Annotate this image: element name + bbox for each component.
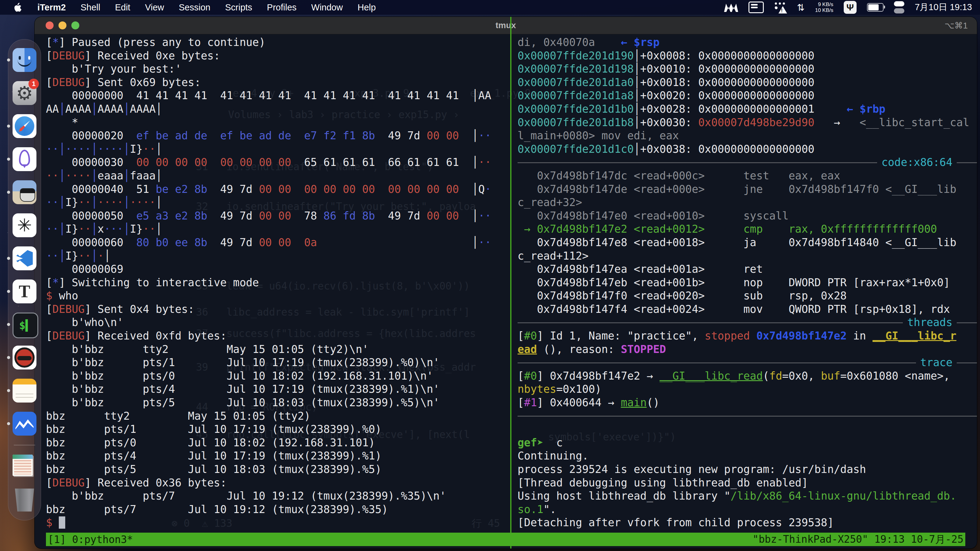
terminal-line: AA│AAAA│AAAA│AAAA│ bbox=[46, 103, 522, 116]
terminal-line: 00000020 ef be ad de ef be ad de e7 f2 f… bbox=[46, 129, 522, 143]
tmux-pane-divider[interactable] bbox=[510, 17, 511, 549]
dock-item-vscode[interactable] bbox=[13, 246, 37, 270]
terminal-line: bbz pts/0 Jul 10 18:02 (192.168.31.101) bbox=[46, 436, 522, 450]
dock-separator bbox=[14, 445, 35, 445]
terminal-line: 00000069 bbox=[46, 263, 522, 276]
menu-item-edit[interactable]: Edit bbox=[108, 2, 137, 13]
tmux-status-bar: [1] 0:python3* "bbz-ThinkPad-X250" 19:13… bbox=[46, 533, 965, 546]
terminal-line: b'bbz pts/5 Jul 10 18:03 (tmux(238399).%… bbox=[46, 396, 522, 410]
dock-item-finder[interactable] bbox=[13, 48, 37, 72]
updown-arrows-icon[interactable]: ⇅ bbox=[797, 2, 805, 13]
tmux-pane-right[interactable]: di, 0x40070a ← $rsp0x00007ffde201d190│+0… bbox=[511, 34, 977, 535]
menu-item-window[interactable]: Window bbox=[304, 2, 350, 13]
terminal-line: 00000050 e5 a3 e2 8b 49 7d 00 00 78 86 f… bbox=[46, 210, 522, 223]
terminal-area[interactable]: [*] Paused (press any to continue)[DEBUG… bbox=[35, 34, 977, 535]
terminal-line: 0x00007ffde201d190│+0x0008: 0x0000000000… bbox=[517, 49, 977, 63]
terminal-line: b'who\n' bbox=[46, 316, 522, 329]
text-cursor bbox=[59, 516, 65, 529]
tmux-pane-left[interactable]: [*] Paused (press any to continue)[DEBUG… bbox=[35, 34, 522, 535]
terminal-line: [*] Paused (press any to continue) bbox=[46, 36, 522, 49]
dots-warning-icon[interactable] bbox=[774, 2, 786, 13]
menu-bar: iTerm2 Shell Edit View Session Scripts P… bbox=[0, 0, 980, 15]
safari-icon bbox=[13, 114, 37, 138]
terminal-line: [DEBUG] Received 0xe bytes: bbox=[46, 49, 522, 63]
dock-item-image-viewer[interactable] bbox=[13, 180, 37, 204]
terminal-line: 0x00007ffde201d198│+0x0010: 0x0000000000… bbox=[517, 62, 977, 76]
terminal-line: ··│I}··│x···│I}··│ bbox=[46, 222, 522, 236]
running-indicator bbox=[7, 422, 10, 425]
window-titlebar[interactable]: tmux ⌥⌘1 bbox=[35, 17, 977, 34]
menu-item-help[interactable]: Help bbox=[350, 2, 383, 13]
terminal-line: b'bbz pts/0 Jul 10 18:02 (192.168.31.101… bbox=[46, 370, 522, 383]
terminal-line: nbytes=0x100) bbox=[517, 383, 977, 396]
terminal-line: → 0x7d498bf147e2 <read+0012> cmp rax, 0x… bbox=[517, 222, 977, 236]
input-source-icon[interactable]: Ψ bbox=[844, 1, 857, 14]
running-indicator bbox=[7, 59, 10, 62]
texifier-icon: T bbox=[13, 279, 37, 303]
terminal-line: ··│I}··│····│····│ bbox=[46, 196, 522, 210]
running-indicator bbox=[7, 356, 10, 359]
apple-menu-icon[interactable] bbox=[13, 3, 21, 12]
dock-item-notes[interactable] bbox=[13, 379, 37, 403]
dock-item-settings[interactable]: ⚙1 bbox=[13, 81, 37, 105]
iterm2-window: exp4.py 9+ exp_3.py 9+ exp_1.py 9+Volume… bbox=[35, 17, 977, 549]
section-label: code:x86:64 bbox=[877, 156, 957, 169]
notification-badge: 1 bbox=[29, 79, 39, 89]
finder-icon bbox=[13, 48, 37, 72]
dock-item-iterm2[interactable]: $▍ bbox=[13, 313, 37, 337]
document-stack-icon bbox=[13, 454, 33, 476]
burp-suite-icon bbox=[13, 346, 37, 370]
terminal-line: process 239524 is executing new program:… bbox=[517, 463, 977, 476]
terminal-line: 0x7d498bf147ea <read+001a> ret bbox=[517, 263, 977, 276]
display-icon[interactable] bbox=[748, 2, 764, 13]
menu-item-profiles[interactable]: Profiles bbox=[260, 2, 304, 13]
dock-item-burp-suite[interactable] bbox=[13, 346, 37, 370]
terminal-line: so.1". bbox=[517, 503, 977, 516]
dock: ⚙1✳T$▍ bbox=[8, 39, 41, 520]
terminal-line: [Thread debugging using libthread_db ena… bbox=[517, 476, 977, 490]
window-title: tmux bbox=[35, 21, 977, 30]
terminal-line: [#0] 0x7d498bf147e2 → __GI___libc_read(f… bbox=[517, 370, 977, 383]
terminal-line: c_read+32> bbox=[517, 196, 977, 210]
rocket-app-icon bbox=[13, 147, 37, 171]
dock-item-meeting-app[interactable] bbox=[13, 412, 37, 436]
menu-item-app[interactable]: iTerm2 bbox=[30, 2, 73, 13]
terminal-line: ead (), reason: STOPPED bbox=[517, 343, 977, 356]
terminal-line: 0x00007ffde201d1a0│+0x0018: 0x0000000000… bbox=[517, 76, 977, 89]
dock-item-chatgpt[interactable]: ✳ bbox=[13, 213, 37, 237]
terminal-line: bbz tty2 May 15 01:05 (tty2) bbox=[46, 410, 522, 423]
dock-item-trash[interactable] bbox=[13, 487, 37, 511]
terminal-line: $ bbox=[46, 516, 522, 530]
terminal-line: [*] Switching to interactive mode bbox=[46, 276, 522, 290]
terminal-line: 0x7d498bf147e8 <read+0018> ja 0x7d498bf1… bbox=[517, 236, 977, 249]
running-indicator bbox=[7, 323, 10, 326]
menu-item-view[interactable]: View bbox=[137, 2, 171, 13]
control-toggles-icon[interactable] bbox=[894, 1, 904, 13]
terminal-line: [#0] Id 1, Name: "practice", stopped 0x7… bbox=[517, 329, 977, 343]
menu-item-scripts[interactable]: Scripts bbox=[218, 2, 260, 13]
dock-item-texifier[interactable]: T bbox=[13, 279, 37, 303]
running-indicator bbox=[7, 257, 10, 260]
network-speed[interactable]: 9 KB/s 10 KB/s bbox=[815, 2, 833, 13]
terminal-line: c_read+112> bbox=[517, 249, 977, 263]
terminal-line: [DEBUG] Sent 0x69 bytes: bbox=[46, 76, 522, 89]
dock-item-safari[interactable] bbox=[13, 114, 37, 138]
net-down-label: 10 KB/s bbox=[815, 7, 833, 13]
iterm2-icon: $▍ bbox=[13, 313, 38, 338]
menu-clock[interactable]: 7月10日 19:13 bbox=[915, 1, 972, 13]
menu-item-session[interactable]: Session bbox=[172, 2, 218, 13]
terminal-line: 0x7d498bf147f0 <read+0020> sub rsp, 0x28 bbox=[517, 289, 977, 303]
terminal-line: 0x7d498bf147eb <read+001b> nop DWORD PTR… bbox=[517, 276, 977, 290]
terminal-line: 00000000 41 41 41 41 41 41 41 41 41 41 4… bbox=[46, 89, 522, 103]
dock-item-rocket-app[interactable] bbox=[13, 147, 37, 171]
monitor-control-icon[interactable] bbox=[724, 3, 738, 12]
tmux-window-tab[interactable]: [1] 0:python3* bbox=[48, 534, 133, 546]
battery-icon[interactable] bbox=[867, 3, 883, 12]
vscode-icon bbox=[13, 246, 37, 270]
terminal-line: b'bbz pts/4 Jul 10 17:19 (tmux(238399).%… bbox=[46, 383, 522, 396]
terminal-line: di, 0x40070a ← $rsp bbox=[517, 36, 977, 49]
menu-item-shell[interactable]: Shell bbox=[73, 2, 108, 13]
dock-item-document-stack[interactable] bbox=[13, 454, 37, 478]
terminal-line: Using host libthread_db library "/lib/x8… bbox=[517, 489, 977, 503]
terminal-line: Continuing. bbox=[517, 449, 977, 463]
